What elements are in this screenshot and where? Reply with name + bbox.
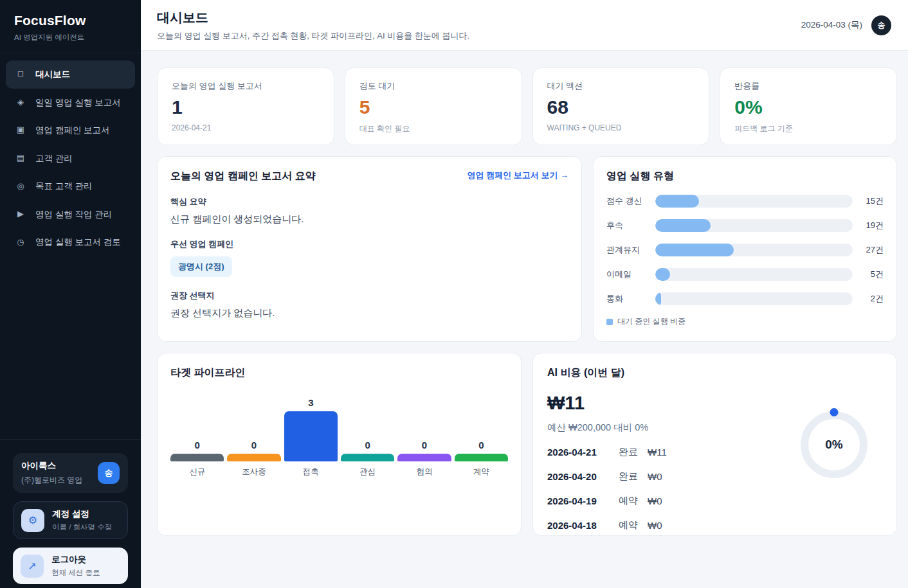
execution-type-legend: 대기 중인 실행 비중 (606, 316, 884, 327)
stat-card: 반응률 0% 피드백 로그 기준 (720, 67, 897, 145)
pipeline-value: 0 (478, 440, 484, 450)
execution-type-count: 5건 (862, 269, 884, 280)
execution-type-card: 영업 실행 유형 점수 갱신 15건 후속 19건 관계유지 27건 이메일 5… (593, 156, 897, 342)
ai-cost-row: 2026-04-18 예약 ₩0 (547, 513, 786, 537)
top-header: 대시보드 오늘의 영업 실행 보고서, 주간 접촉 현황, 타겟 파이프라인, … (141, 0, 908, 51)
priority-campaign-badge[interactable]: 광명시 (2점) (170, 256, 232, 277)
pipeline-bar[interactable] (170, 454, 224, 461)
execution-type-track (655, 219, 853, 232)
pipeline-bar[interactable] (227, 454, 280, 461)
execution-type-row: 점수 갱신 15건 (606, 195, 884, 208)
execution-type-count: 19건 (862, 220, 884, 231)
pipeline-value: 0 (422, 440, 427, 450)
execution-type-label: 후속 (606, 220, 646, 231)
pipeline-stage-label: 계약 (455, 467, 508, 477)
sidebar-item[interactable]: ▣ 영업 캠페인 보고서 (6, 116, 135, 145)
sidebar-item-label: 고객 관리 (35, 153, 73, 165)
sidebar-item[interactable]: ◎ 목표 고객 관리 (6, 172, 135, 200)
bottom-row: 타겟 파이프라인 0 0 3 0 0 0 신규조사중접촉관심협의계약 AI 비용 (157, 353, 897, 536)
ai-cost-date: 2026-04-19 (547, 495, 609, 506)
execution-type-track (655, 195, 853, 208)
app-logo: FocusFlow (14, 13, 127, 28)
sidebar-item[interactable]: □ 대시보드 (6, 60, 135, 89)
campaign-section-label: 우선 영업 캠페인 (170, 238, 568, 250)
user-card[interactable]: 아이룩스 (주)헬로비즈 영업 송 (13, 453, 128, 493)
stat-value: 68 (547, 96, 695, 118)
pipeline-value: 3 (308, 397, 313, 408)
account-settings-button[interactable]: ⚙ 계정 설정 이름 / 회사명 수정 (13, 501, 128, 539)
campaign-section: 우선 영업 캠페인 광명시 (2점) (170, 238, 568, 277)
execution-type-fill (655, 292, 661, 305)
page-subtitle: 오늘의 영업 실행 보고서, 주간 접촉 현황, 타겟 파이프라인, AI 비용… (157, 30, 469, 42)
stat-sub-label: 피드백 로그 기준 (734, 123, 882, 134)
pipeline-bar[interactable] (455, 454, 508, 461)
sidebar-item-label: 영업 캠페인 보고서 (35, 125, 110, 136)
execution-type-rows: 점수 갱신 15건 후속 19건 관계유지 27건 이메일 5건 통화 2건 (606, 195, 884, 305)
gear-icon: ⚙ (21, 509, 44, 532)
logout-button[interactable]: ↗ 로그아웃 현재 세션 종료 (13, 548, 128, 584)
execution-type-count: 15건 (862, 195, 884, 207)
account-settings-text: 계정 설정 이름 / 회사명 수정 (52, 508, 112, 532)
target-pipeline-card: 타겟 파이프라인 0 0 3 0 0 0 신규조사중접촉관심협의계약 (157, 353, 522, 536)
stat-sub-label: 2026-04-21 (172, 123, 320, 132)
pipeline-column: 0 (455, 389, 508, 461)
campaign-section-body: 권장 선택지가 없습니다. (170, 307, 568, 319)
execution-type-label: 이메일 (606, 269, 646, 280)
execution-type-fill (655, 195, 699, 208)
stat-label: 오늘의 영업 실행 보고서 (172, 80, 320, 92)
ai-cost-row-amount: ₩0 (648, 471, 662, 482)
customer-list-icon: ▤ (15, 153, 26, 164)
dashboard-content: 오늘의 영업 실행 보고서 1 2026-04-21 검토 대기 5 대표 확인… (141, 51, 908, 588)
sidebar-item[interactable]: ▶ 영업 실행 작업 관리 (6, 200, 135, 229)
target-icon: ◎ (15, 181, 26, 192)
pipeline-chart: 0 0 3 0 0 0 (170, 389, 508, 461)
pipeline-bar[interactable] (341, 454, 394, 461)
pipeline-bar[interactable] (284, 411, 338, 461)
brand-block: FocusFlow AI 영업지원 에이전트 (0, 0, 141, 53)
stat-cards-row: 오늘의 영업 실행 보고서 1 2026-04-21 검토 대기 5 대표 확인… (157, 67, 897, 145)
sidebar-item[interactable]: ◷ 영업 실행 보고서 검토 (6, 228, 135, 256)
donut-progress-dot (830, 408, 839, 416)
ai-cost-date: 2026-04-18 (547, 520, 609, 531)
execution-type-label: 관계유지 (606, 244, 646, 256)
legend-swatch-icon (606, 319, 613, 325)
header-avatar[interactable]: 송 (871, 15, 891, 35)
dashboard-icon: □ (15, 69, 26, 80)
clock-icon: ◷ (15, 237, 26, 248)
sidebar-item-label: 영업 실행 보고서 검토 (35, 236, 121, 248)
user-info: 아이룩스 (주)헬로비즈 영업 (21, 460, 82, 486)
target-pipeline-title: 타겟 파이프라인 (170, 366, 508, 380)
pipeline-bar[interactable] (397, 454, 451, 461)
execution-type-fill (655, 219, 711, 232)
sidebar-item[interactable]: ▤ 고객 관리 (6, 145, 135, 173)
logout-title: 로그아웃 (51, 554, 100, 566)
sidebar-item[interactable]: ◈ 일일 영업 실행 보고서 (6, 89, 135, 117)
ai-cost-status: 예약 (619, 519, 638, 531)
execution-type-label: 통화 (606, 293, 646, 305)
stat-value: 5 (359, 96, 507, 118)
execution-type-fill (655, 268, 670, 281)
pipeline-column: 3 (284, 389, 338, 461)
pipeline-value: 0 (251, 440, 257, 450)
view-campaign-report-link[interactable]: 영업 캠페인 보고서 보기 → (468, 170, 568, 181)
campaign-section-body: 신규 캠페인이 생성되었습니다. (170, 213, 568, 226)
ai-cost-row-amount: ₩0 (648, 520, 662, 531)
page-title: 대시보드 (157, 9, 469, 26)
play-icon: ▶ (15, 209, 26, 220)
user-org: (주)헬로비즈 영업 (21, 475, 82, 486)
stat-label: 검토 대기 (359, 80, 507, 92)
pipeline-labels: 신규조사중접촉관심협의계약 (170, 467, 508, 477)
logout-text: 로그아웃 현재 세션 종료 (51, 554, 100, 578)
middle-row: 오늘의 영업 캠페인 보고서 요약 영업 캠페인 보고서 보기 → 핵심 요약 … (157, 156, 897, 342)
execution-type-row: 관계유지 27건 (606, 244, 884, 256)
header-right: 2026-04-03 (목) 송 (801, 15, 891, 35)
execution-type-title: 영업 실행 유형 (606, 170, 884, 183)
pipeline-stage-label: 신규 (170, 467, 224, 477)
campaign-section-label: 핵심 요약 (170, 196, 568, 208)
campaign-summary-sections: 핵심 요약 신규 캠페인이 생성되었습니다. 우선 영업 캠페인 광명시 (2점… (170, 196, 568, 319)
ai-cost-date: 2026-04-20 (547, 471, 609, 482)
avatar: 송 (98, 462, 120, 484)
execution-type-row: 후속 19건 (606, 219, 884, 232)
logout-subtitle: 현재 세션 종료 (51, 568, 100, 578)
ai-cost-donut-wrap: 0% (786, 366, 882, 522)
